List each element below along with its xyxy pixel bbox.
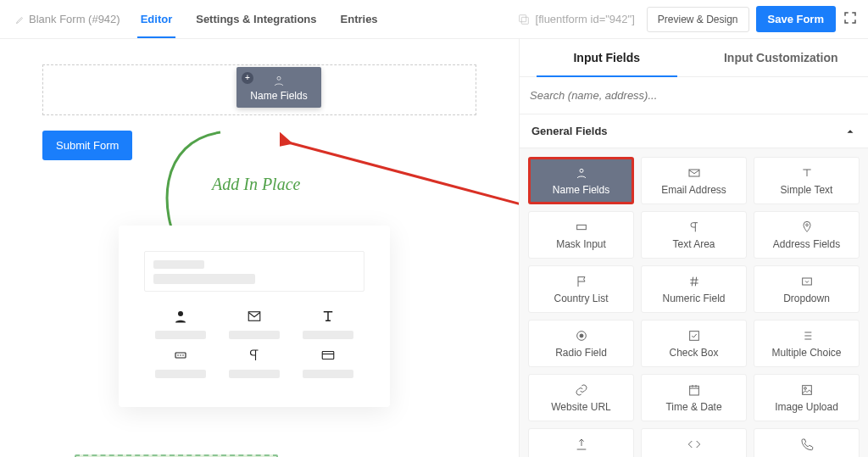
list-icon bbox=[800, 329, 814, 343]
preview-text-icon-cell bbox=[298, 309, 358, 339]
topbar-left: Blank Form (#942) Editor Settings & Inte… bbox=[10, 1, 390, 37]
svg-rect-10 bbox=[322, 352, 334, 359]
preview-paragraph-icon-cell bbox=[225, 348, 284, 378]
general-fields-header[interactable]: General Fields bbox=[520, 114, 868, 148]
person-icon bbox=[272, 74, 286, 87]
svg-point-7 bbox=[178, 354, 180, 356]
text-icon bbox=[320, 309, 336, 324]
svg-point-9 bbox=[183, 354, 185, 356]
svg-rect-1 bbox=[519, 14, 526, 21]
copy-icon bbox=[517, 13, 531, 26]
topbar-right: [fluentform id="942"] Preview & Design S… bbox=[517, 6, 858, 32]
svg-rect-19 bbox=[689, 331, 698, 340]
field-tile-email[interactable]: Email Address bbox=[641, 157, 747, 204]
form-dropzone[interactable]: + Name Fields bbox=[42, 64, 476, 115]
sidebar-tab-customization[interactable]: Input Customization bbox=[694, 39, 869, 76]
calendar-icon bbox=[687, 383, 701, 397]
plus-icon: + bbox=[242, 72, 253, 84]
user-icon bbox=[173, 309, 188, 324]
field-tile-image-upload[interactable]: Image Upload bbox=[754, 374, 860, 421]
tab-settings[interactable]: Settings & Integrations bbox=[184, 1, 328, 37]
form-title-text: Blank Form (#942) bbox=[29, 13, 120, 25]
mask-icon bbox=[575, 220, 588, 234]
svg-rect-21 bbox=[802, 385, 811, 394]
tab-editor[interactable]: Editor bbox=[129, 1, 185, 37]
annotation-text: Add In Place bbox=[212, 175, 300, 194]
person-icon bbox=[575, 166, 588, 180]
canvas-panel: + Name Fields Submit Form Add In Place bbox=[0, 39, 519, 457]
svg-rect-14 bbox=[576, 225, 586, 229]
svg-rect-0 bbox=[521, 17, 528, 24]
preview-field-placeholder bbox=[144, 251, 364, 292]
svg-point-2 bbox=[277, 76, 281, 80]
submit-button[interactable]: Submit Form bbox=[42, 131, 132, 160]
field-tile-numeric[interactable]: Numeric Field bbox=[641, 265, 747, 313]
field-search-input[interactable] bbox=[530, 84, 858, 107]
field-tile-url[interactable]: Website URL bbox=[528, 374, 634, 421]
preview-button[interactable]: Preview & Design bbox=[647, 7, 749, 32]
field-tile-file-upload[interactable]: File Upload bbox=[528, 428, 634, 457]
radio-icon bbox=[575, 329, 588, 343]
fullscreen-icon bbox=[843, 10, 858, 25]
field-tile-custom-html[interactable]: Custom HTML bbox=[641, 428, 747, 457]
svg-rect-5 bbox=[248, 312, 260, 321]
svg-rect-16 bbox=[802, 278, 811, 285]
field-tile-address[interactable]: Address Fields bbox=[754, 211, 860, 259]
field-search-wrap bbox=[520, 77, 868, 114]
dragging-field-chip[interactable]: + Name Fields bbox=[236, 67, 321, 108]
code-icon bbox=[687, 437, 701, 451]
fullscreen-button[interactable] bbox=[843, 10, 858, 28]
svg-line-3 bbox=[288, 142, 519, 204]
preview-card-icon-cell bbox=[298, 348, 358, 378]
preview-mask-icon-cell bbox=[151, 348, 210, 378]
link-icon bbox=[575, 383, 588, 397]
svg-point-8 bbox=[181, 354, 182, 356]
topbar-tabs: Editor Settings & Integrations Entries bbox=[129, 1, 390, 37]
field-tile-simple-text[interactable]: Simple Text bbox=[754, 157, 860, 204]
svg-rect-20 bbox=[689, 386, 698, 395]
field-tile-mask[interactable]: Mask Input bbox=[528, 211, 634, 259]
mask-icon bbox=[173, 348, 188, 363]
red-arrow-annotation bbox=[280, 132, 519, 209]
field-tile-dropdown[interactable]: Dropdown bbox=[754, 265, 860, 313]
main: + Name Fields Submit Form Add In Place bbox=[0, 39, 868, 457]
svg-point-22 bbox=[804, 387, 806, 389]
form-preview-card bbox=[119, 226, 390, 407]
mail-icon bbox=[687, 166, 701, 180]
svg-point-18 bbox=[580, 334, 583, 337]
field-tile-phone[interactable]: Phone/Mobile Field bbox=[754, 428, 860, 457]
flag-icon bbox=[575, 275, 588, 288]
field-tile-multiple-choice[interactable]: Multiple Choice bbox=[754, 320, 860, 367]
field-tile-radio[interactable]: Radio Field bbox=[528, 320, 634, 367]
tab-entries[interactable]: Entries bbox=[329, 1, 390, 37]
dropdown-icon bbox=[800, 275, 814, 288]
chevron-up-icon bbox=[844, 125, 856, 137]
svg-point-4 bbox=[178, 311, 183, 316]
field-tile-name[interactable]: Name Fields bbox=[528, 157, 634, 204]
preview-mail-icon-cell bbox=[225, 309, 284, 339]
svg-rect-13 bbox=[689, 170, 699, 176]
svg-point-12 bbox=[580, 169, 583, 172]
field-tile-country[interactable]: Country List bbox=[528, 265, 634, 313]
preview-user-icon-cell bbox=[151, 309, 210, 339]
paragraph-icon bbox=[247, 348, 262, 363]
mail-icon bbox=[247, 309, 262, 324]
paragraph-icon bbox=[687, 220, 701, 234]
upload-icon bbox=[575, 437, 588, 451]
svg-point-15 bbox=[805, 224, 808, 226]
field-tile-time-date[interactable]: Time & Date bbox=[641, 374, 747, 421]
form-title[interactable]: Blank Form (#942) bbox=[10, 13, 125, 25]
save-button[interactable]: Save Form bbox=[756, 6, 836, 32]
preview-icon-row-1 bbox=[144, 309, 364, 339]
shortcode-text: [fluentform id="942"] bbox=[536, 13, 635, 25]
card-icon bbox=[320, 348, 336, 363]
image-icon bbox=[800, 383, 814, 397]
check-icon bbox=[687, 329, 701, 343]
hash-icon bbox=[687, 275, 701, 288]
shortcode-display[interactable]: [fluentform id="942"] bbox=[517, 13, 640, 26]
field-tile-checkbox[interactable]: Check Box bbox=[641, 320, 747, 367]
sidebar-tabs: Input Fields Input Customization bbox=[520, 39, 868, 77]
pin-icon bbox=[800, 220, 814, 234]
sidebar-tab-input-fields[interactable]: Input Fields bbox=[520, 39, 694, 76]
field-tile-textarea[interactable]: Text Area bbox=[641, 211, 747, 259]
